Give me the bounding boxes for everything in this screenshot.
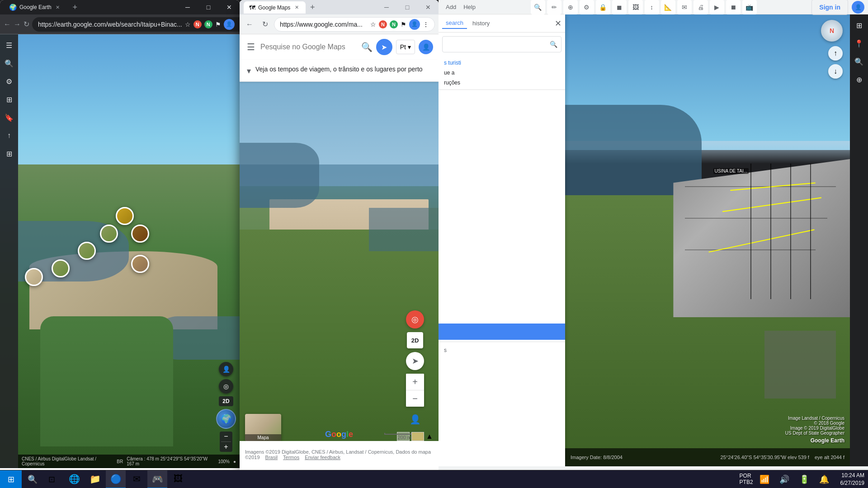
taskbar-photoshop-icon[interactable]: 🖼: [168, 470, 188, 488]
maps-ext-icon1[interactable]: N: [379, 20, 387, 28]
taskbar-mail-icon[interactable]: ✉: [127, 470, 146, 488]
rs-btn-1[interactable]: ⊞: [852, 18, 866, 33]
start-button[interactable]: ⊞: [0, 470, 22, 488]
earth3d-tool-14[interactable]: 📺: [742, 0, 757, 14]
earth3d-tool-3[interactable]: ⊕: [563, 0, 578, 14]
earth-address-bar[interactable]: https://earth.google.com/web/search/Itai…: [32, 17, 240, 32]
maps-layer-2[interactable]: [411, 432, 424, 441]
maps-ext-icon2[interactable]: N: [390, 20, 398, 28]
earth-minimize-btn[interactable]: ─: [177, 0, 198, 14]
earth3d-tool-5[interactable]: 🔒: [596, 0, 610, 14]
sp-input[interactable]: [446, 41, 548, 48]
maps-address-bar[interactable]: https://www.google.com/ma... ☆ N N ⚑ 👤 ⋮: [274, 17, 435, 32]
maps-directions-btn[interactable]: ➤: [376, 39, 392, 55]
earth-sidebar-layers[interactable]: ⊞: [2, 92, 16, 107]
earth3d-tool-11[interactable]: 🖨: [693, 0, 708, 14]
maps-zoom-in-btn[interactable]: +: [406, 374, 424, 390]
earth3d-compass[interactable]: N: [821, 20, 843, 42]
maps-terms-link[interactable]: Termos: [283, 455, 299, 460]
sp-history-tab[interactable]: history: [469, 18, 493, 28]
earth3d-tool-13[interactable]: ⏹: [726, 0, 741, 14]
earth-sidebar-settings[interactable]: ⚙: [2, 74, 16, 89]
sv-circle-6[interactable]: [131, 255, 149, 273]
maps-new-tab-btn[interactable]: +: [306, 1, 319, 14]
sp-link-1[interactable]: s turisti: [444, 58, 560, 68]
maps-flag-icon[interactable]: ⚑: [401, 21, 406, 28]
maps-map-type-thumbnail[interactable]: Mapa: [245, 414, 281, 441]
earth-forward-btn[interactable]: →: [14, 18, 21, 31]
taskbar-explorer-icon[interactable]: 📁: [85, 470, 105, 488]
maps-close-btn[interactable]: ✕: [418, 0, 439, 14]
maps-brazil-link[interactable]: Brasil: [265, 455, 278, 460]
earth-flag-icon[interactable]: ⚑: [215, 21, 221, 28]
maps-directions-ctrl-btn[interactable]: ➤: [406, 352, 424, 370]
taskbar-edge-icon[interactable]: 🌐: [64, 470, 84, 488]
rs-btn-2[interactable]: 📍: [852, 36, 866, 51]
maps-compass-btn[interactable]: ◎: [406, 310, 424, 328]
earth3d-tool-2[interactable]: ✏: [547, 0, 561, 14]
earth3d-tool-1[interactable]: 🔍: [531, 0, 545, 14]
earth-new-tab-btn[interactable]: +: [69, 1, 81, 14]
earth-tab-close[interactable]: ✕: [54, 4, 61, 11]
rs-btn-4[interactable]: ⊕: [852, 72, 866, 87]
sv-circle-7[interactable]: [25, 268, 43, 286]
earth-ext-icon1[interactable]: N: [193, 20, 202, 28]
maps-avatar-icon[interactable]: 👤: [409, 19, 420, 30]
maps-bookmark-icon[interactable]: ☆: [370, 21, 376, 28]
sp-close-icon[interactable]: ✕: [555, 19, 561, 28]
maps-layer-expand[interactable]: ▲: [426, 432, 433, 441]
tray-lang[interactable]: POR PTB2: [739, 470, 754, 488]
earth-zoom-in-btn[interactable]: +: [220, 442, 232, 452]
earth-close-btn[interactable]: ✕: [219, 0, 240, 14]
earth-back-btn[interactable]: ←: [4, 18, 11, 31]
maps-back-btn[interactable]: ←: [243, 18, 256, 31]
maps-suggestion-text[interactable]: Veja os tempos de viagem, o trânsito e o…: [255, 65, 423, 74]
tray-network-icon[interactable]: 📶: [755, 470, 774, 488]
maps-menu-icon[interactable]: ☰: [245, 40, 257, 54]
earth3d-tilt-down[interactable]: ↓: [828, 64, 843, 79]
maps-language-btn[interactable]: Pt ▾: [396, 40, 415, 54]
tray-battery-icon[interactable]: 🔋: [795, 470, 813, 488]
sp-search-field[interactable]: 🔍: [442, 36, 561, 52]
sv-circle-3[interactable]: [100, 225, 118, 243]
earth-bookmark-icon[interactable]: ☆: [185, 21, 191, 28]
taskbar-search-icon[interactable]: 🔍: [24, 470, 42, 488]
maps-refresh-btn[interactable]: ↻: [259, 18, 271, 31]
earth3d-tool-12[interactable]: ▶: [710, 0, 724, 14]
earth3d-tool-7[interactable]: 🖼: [628, 0, 643, 14]
maps-pegman-btn[interactable]: 👤: [408, 410, 422, 428]
earth3d-tilt-up[interactable]: ↑: [828, 46, 843, 61]
earth-tab-active[interactable]: 🌍 Google Earth ✕: [4, 1, 67, 14]
earth-avatar[interactable]: 👤: [224, 19, 235, 30]
maps-minimize-btn[interactable]: ─: [376, 0, 397, 14]
maps-tab-close[interactable]: ✕: [293, 4, 300, 11]
earth-sidebar-bookmark[interactable]: 🔖: [2, 110, 16, 125]
earth3d-signin-btn[interactable]: Sign in: [811, 0, 848, 15]
taskbar-clock[interactable]: 10:24 AM 6/27/2019: [837, 472, 868, 487]
earth-sidebar-grid[interactable]: ⊞: [2, 146, 16, 161]
maps-2d-toggle[interactable]: 2D: [407, 332, 424, 348]
sp-search-tab[interactable]: search: [442, 18, 467, 29]
earth-globe-btn[interactable]: 🌍: [216, 409, 236, 429]
earth3d-tool-4[interactable]: ⚙: [580, 0, 594, 14]
maps-maximize-btn[interactable]: □: [397, 0, 418, 14]
earth-2d-toggle[interactable]: 2D: [219, 396, 233, 406]
maps-menu-dots[interactable]: ⋮: [423, 21, 429, 28]
earth-sidebar-search[interactable]: 🔍: [2, 56, 16, 70]
earth3d-help-menu[interactable]: Help: [460, 2, 479, 12]
sv-circle-4[interactable]: [116, 207, 134, 225]
earth-ext-icon2[interactable]: N: [204, 20, 212, 28]
earth3d-tool-8[interactable]: ↕: [645, 0, 659, 14]
sv-circle-5[interactable]: [131, 225, 149, 243]
maps-search-icon[interactable]: 🔍: [361, 42, 373, 52]
earth-sidebar-menu[interactable]: ☰: [2, 38, 16, 52]
maps-user-avatar[interactable]: 👤: [419, 40, 433, 54]
sp-cta-btn[interactable]: [439, 324, 565, 340]
earth-zoom-out-btn[interactable]: −: [220, 432, 232, 441]
earth-refresh-btn[interactable]: ↻: [24, 18, 29, 31]
earth-sidebar-share[interactable]: ↑: [2, 128, 16, 143]
earth3d-tool-9[interactable]: 📐: [661, 0, 675, 14]
tray-volume-icon[interactable]: 🔊: [775, 470, 793, 488]
maps-zoom-out-btn[interactable]: −: [406, 390, 424, 407]
earth3d-add-menu[interactable]: Add: [442, 2, 460, 12]
